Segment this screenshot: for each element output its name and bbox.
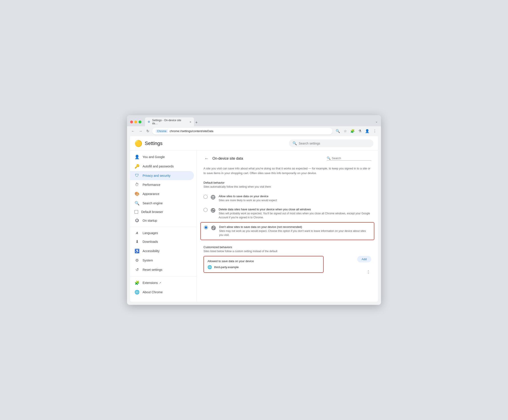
performance-icon: ⏱ [134, 182, 139, 187]
settings-header: 🟡 Settings 🔍 [130, 136, 378, 151]
new-tab-button[interactable]: + [194, 119, 199, 126]
languages-icon: A [134, 231, 139, 235]
radio-block[interactable] [204, 225, 208, 229]
main-content: ← On-device site data 🔍 A site you visit… [197, 151, 378, 302]
add-button[interactable]: Add [357, 256, 371, 262]
radio-delete[interactable] [203, 208, 208, 212]
search-engine-icon: 🔍 [134, 201, 139, 206]
menu-icon-button[interactable]: ⋮ [372, 128, 378, 134]
radio-allow[interactable] [203, 195, 208, 199]
sidebar-item-extensions[interactable]: 🧩 Extensions ↗ [130, 278, 194, 287]
customized-sub: Sites listed below follow a custom setti… [203, 250, 371, 253]
extensions-icon: 🧩 [134, 280, 139, 285]
page-header-left: ← On-device site data [203, 155, 243, 162]
default-behavior-heading: Default behavior [203, 181, 371, 184]
sidebar: 👤 You and Google 🔑 Autofill and password… [130, 151, 197, 302]
address-bar[interactable]: Chrome chrome://settings/content/siteDat… [152, 128, 333, 134]
sidebar-label-performance: Performance [142, 183, 160, 186]
forward-button[interactable]: → [138, 128, 143, 134]
site-name-text: third-party.example [214, 265, 239, 269]
sidebar-label-reset: Reset settings [142, 268, 162, 272]
bookmark-icon-button[interactable]: ☆ [342, 128, 348, 134]
appearance-icon: 🎨 [134, 192, 139, 196]
customized-heading: Customized behaviors [203, 245, 371, 249]
more-options-button[interactable]: ⋮ [366, 269, 371, 275]
accessibility-icon: ♿ [134, 249, 139, 253]
radio-delete-desc: Sites will probably work as expected. Yo… [219, 211, 371, 220]
default-behavior-sub: Sites automatically follow this setting … [203, 185, 371, 188]
zoom-icon-button[interactable]: 🔍 [334, 128, 341, 134]
close-traffic-light[interactable] [130, 120, 133, 123]
privacy-icon: 🛡 [134, 173, 139, 178]
default-behavior-section: Default behavior Sites automatically fol… [203, 181, 371, 240]
reset-icon: ↺ [134, 267, 139, 272]
minimize-traffic-light[interactable] [134, 120, 137, 123]
allowed-section-row: Allowed to save data on your device 🌐 th… [203, 256, 371, 275]
tabs-row: ⚙ Settings - On-device site da… × + [145, 118, 374, 126]
page-description: A site you visit can save info about wha… [203, 166, 371, 176]
sidebar-item-performance[interactable]: ⏱ Performance [130, 180, 194, 189]
sidebar-item-about[interactable]: 🌐 About Chrome [130, 287, 194, 297]
settings-search-input[interactable] [299, 142, 370, 145]
sidebar-item-on-startup[interactable]: ⏻ On startup [130, 216, 194, 225]
sidebar-item-languages[interactable]: A Languages [130, 229, 194, 237]
settings-title: Settings [145, 140, 163, 146]
content-back-button[interactable]: ← [203, 155, 210, 162]
sidebar-item-appearance[interactable]: 🎨 Appearance [130, 189, 194, 199]
radio-delete-label: Delete data sites have saved to your dev… [219, 208, 371, 211]
radio-option-delete: Delete data sites have saved to your dev… [203, 205, 371, 222]
page-title: On-device site data [212, 156, 243, 161]
sidebar-item-autofill[interactable]: 🔑 Autofill and passwords [130, 162, 194, 171]
profile-icon-button[interactable]: 👤 [364, 128, 371, 134]
sidebar-item-accessibility[interactable]: ♿ Accessibility [130, 246, 194, 256]
back-button[interactable]: ← [130, 128, 136, 134]
refresh-button[interactable]: ↻ [145, 128, 150, 134]
page-header: ← On-device site data 🔍 [203, 155, 371, 162]
sidebar-label-downloads: Downloads [142, 240, 158, 243]
radio-allow-text: Allow sites to save data on your device … [219, 195, 371, 202]
system-icon: ⚙ [134, 258, 139, 263]
default-browser-icon [134, 210, 138, 214]
sidebar-item-reset[interactable]: ↺ Reset settings [130, 265, 194, 274]
settings-search-box[interactable]: 🔍 [289, 140, 374, 147]
sidebar-item-search-engine[interactable]: 🔍 Search engine [130, 199, 194, 208]
active-tab[interactable]: ⚙ Settings - On-device site da… × [145, 118, 194, 126]
tab-favicon-icon: ⚙ [148, 120, 151, 123]
radio-block-desc: Sites may not work as you would expect. … [219, 229, 371, 237]
customized-behaviors-section: Customized behaviors Sites listed below … [203, 245, 371, 275]
downloads-icon: ⬇ [134, 239, 139, 244]
sidebar-label-autofill: Autofill and passwords [142, 164, 174, 168]
url-text: chrome://settings/content/siteData [170, 129, 329, 133]
radio-allow-desc: Sites are more likely to work as you wou… [219, 198, 371, 202]
sidebar-label-languages: Languages [142, 231, 158, 235]
traffic-lights [130, 120, 142, 123]
radio-allow-label: Allow sites to save data on your device [219, 195, 371, 198]
about-icon: 🌐 [134, 290, 139, 295]
radio-delete-text: Delete data sites have saved to your dev… [219, 208, 371, 220]
sidebar-item-downloads[interactable]: ⬇ Downloads [130, 237, 194, 246]
settings-page: 🟡 Settings 🔍 👤 You and Google 🔑 Autofill… [130, 136, 378, 302]
maximize-traffic-light[interactable] [139, 120, 142, 123]
tab-close-button[interactable]: × [189, 120, 191, 124]
site-globe-icon: 🌐 [208, 265, 212, 269]
nav-icons-right: 🔍 ☆ 🧩 ⚗ 👤 ⋮ [334, 128, 378, 134]
allowed-box: Allowed to save data on your device 🌐 th… [203, 256, 324, 273]
settings-logo-icon: 🟡 [134, 140, 142, 147]
sidebar-item-default-browser[interactable]: Default browser [130, 208, 194, 216]
allowed-site-row: 🌐 third-party.example [208, 265, 320, 269]
sidebar-label-search-engine: Search engine [142, 201, 163, 205]
radio-delete-icon [211, 208, 216, 214]
search-icon: 🔍 [292, 141, 297, 145]
extensions-icon-button[interactable]: 🧩 [349, 128, 356, 134]
sidebar-label-appearance: Appearance [142, 192, 159, 196]
sidebar-item-you-and-google[interactable]: 👤 You and Google [130, 152, 194, 162]
content-search-box[interactable]: 🔍 [327, 156, 371, 161]
sidebar-item-privacy[interactable]: 🛡 Privacy and security [130, 171, 194, 180]
sidebar-item-system[interactable]: ⚙ System [130, 256, 194, 265]
chrome-badge: Chrome [156, 129, 168, 133]
title-bar: ⚙ Settings - On-device site da… × + ⌄ [127, 115, 381, 126]
sidebar-label-about: About Chrome [142, 290, 163, 294]
sidebar-label-system: System [142, 258, 153, 262]
lab-icon-button[interactable]: ⚗ [357, 128, 363, 134]
content-search-input[interactable] [332, 156, 363, 160]
